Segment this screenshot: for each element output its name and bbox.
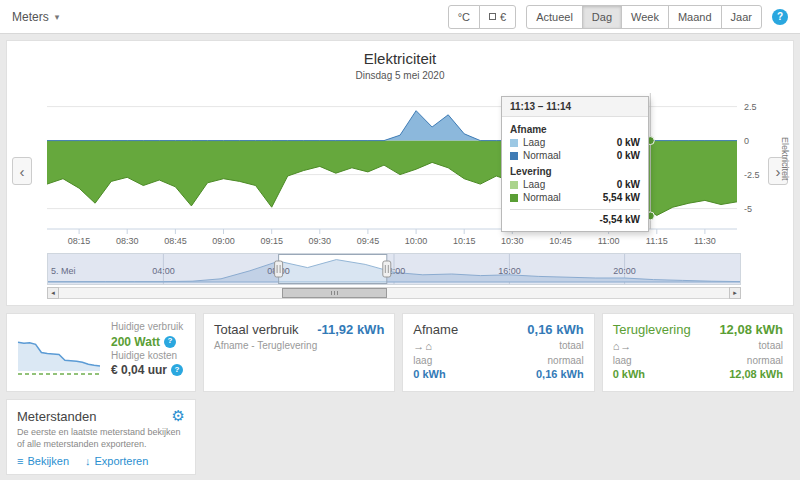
- current-usage-sparkline: [15, 323, 103, 381]
- teruglevering-laag-value: 0 kWh: [613, 368, 645, 380]
- costs-square-icon: [489, 13, 496, 20]
- afname-normaal-swatch: [510, 152, 518, 160]
- view-button-actueel[interactable]: Actueel: [526, 5, 583, 29]
- laag-label: laag: [613, 355, 632, 366]
- current-cost-label: Huidige kosten: [111, 350, 187, 363]
- help-icon[interactable]: ?: [171, 364, 183, 376]
- teruglevering-title: Teruglevering: [613, 322, 691, 337]
- scrollbar-right-button[interactable]: ▸: [729, 287, 741, 299]
- y-axis-title: Elektriciteit: [780, 137, 790, 181]
- tooltip-row-label: Laag: [523, 179, 545, 190]
- chart-subtitle: Dinsdag 5 mei 2020: [7, 70, 793, 81]
- arrow-right-icon: →: [413, 340, 425, 352]
- tooltip-row: Laag 0 kW: [510, 137, 640, 148]
- help-icon[interactable]: ?: [772, 9, 788, 25]
- chart-navigator[interactable]: 5. Mei04:0008:0012:0016:0020:00: [47, 253, 741, 285]
- meters-dropdown-label: Meters: [12, 10, 49, 24]
- electricity-chart[interactable]: 2.50-2.5-508:1508:3008:4509:0009:1509:30…: [47, 93, 787, 255]
- total-usage-subtitle: Afname - Teruglevering: [214, 340, 384, 351]
- laag-label: laag: [413, 355, 432, 366]
- meterstanden-row: Meterstanden ⚙ De eerste en laatste mete…: [6, 399, 794, 475]
- temperature-toggle-button[interactable]: °C: [448, 5, 480, 29]
- normaal-label: normaal: [747, 355, 783, 366]
- levering-normaal-swatch: [510, 194, 518, 202]
- tooltip-row: Normaal 5,54 kW: [510, 192, 640, 203]
- gear-icon[interactable]: ⚙: [172, 408, 185, 423]
- svg-text:0: 0: [744, 136, 749, 146]
- afname-normaal-value: 0,16 kWh: [536, 368, 584, 380]
- exporteren-link[interactable]: ↓Exporteren: [85, 455, 148, 467]
- meterstanden-title: Meterstanden: [17, 409, 97, 424]
- total-usage-title: Totaal verbruik: [214, 322, 299, 337]
- topbar: Meters ▾ °C € Actueel Dag Week Maand Jaa…: [0, 0, 800, 34]
- current-usage-value: 200 Watt: [111, 334, 160, 350]
- view-button-jaar[interactable]: Jaar: [721, 5, 762, 29]
- view-button-maand[interactable]: Maand: [668, 5, 722, 29]
- view-button-week[interactable]: Week: [621, 5, 669, 29]
- afname-title: Afname: [413, 322, 458, 337]
- afname-laag-swatch: [510, 139, 518, 147]
- house-icon: ⌂: [425, 340, 433, 352]
- tooltip-row-value: 5,54 kW: [603, 192, 640, 203]
- electricity-chart-panel: Elektriciteit Dinsdag 5 mei 2020 ‹ › 2.5…: [6, 40, 794, 306]
- svg-text:11:15: 11:15: [646, 236, 668, 246]
- svg-text:10:30: 10:30: [501, 236, 524, 246]
- list-icon: ≡: [17, 455, 23, 467]
- chart-scrollbar: ◂ ▸: [47, 287, 741, 299]
- teruglevering-card: Teruglevering 12,08 kWh ⌂→ totaal laag n…: [602, 313, 794, 392]
- svg-text:-5: -5: [744, 204, 752, 214]
- normaal-label: normaal: [548, 355, 584, 366]
- chart-tooltip: 11:13 – 11:14 Afname Laag 0 kW Normaal 0…: [501, 96, 649, 232]
- svg-text:09:45: 09:45: [357, 236, 380, 246]
- svg-text:10:00: 10:00: [405, 236, 428, 246]
- svg-text:11:00: 11:00: [598, 236, 620, 246]
- svg-text:09:15: 09:15: [260, 236, 283, 246]
- exporteren-label: Exporteren: [95, 455, 149, 467]
- svg-text:10:15: 10:15: [453, 236, 476, 246]
- totaal-label: totaal: [559, 340, 583, 352]
- current-usage-card: Huidige verbruik 200 Watt ? Huidige kost…: [6, 313, 196, 392]
- tooltip-time-range: 11:13 – 11:14: [502, 97, 648, 117]
- help-icon[interactable]: ?: [164, 336, 176, 348]
- currency-label: €: [500, 11, 506, 23]
- bekijken-link[interactable]: ≡Bekijken: [17, 455, 69, 467]
- tooltip-row-value: 0 kW: [617, 150, 640, 161]
- current-cost-value: € 0,04 uur: [111, 362, 167, 378]
- svg-text:08:15: 08:15: [68, 236, 91, 246]
- tooltip-total: -5,54 kW: [510, 209, 640, 225]
- svg-text:09:00: 09:00: [212, 236, 235, 246]
- period-button-group: Actueel Dag Week Maand Jaar: [526, 5, 762, 29]
- summary-cards-row: Huidige verbruik 200 Watt ? Huidige kost…: [6, 313, 794, 392]
- chevron-down-icon: ▾: [55, 12, 60, 22]
- download-icon: ↓: [85, 455, 91, 467]
- tooltip-row-label: Normaal: [523, 192, 561, 203]
- house-to-grid-icon: ⌂→: [613, 340, 633, 352]
- view-button-dag[interactable]: Dag: [582, 5, 622, 29]
- tooltip-row: Normaal 0 kW: [510, 150, 640, 161]
- meters-dropdown[interactable]: Meters ▾: [12, 10, 59, 24]
- afname-laag-value: 0 kWh: [413, 368, 445, 380]
- currency-toggle-button[interactable]: €: [479, 5, 516, 29]
- total-usage-value: -11,92 kWh: [317, 322, 384, 337]
- meterstanden-description: De eerste en laatste meterstand bekijken…: [17, 427, 185, 450]
- total-usage-card: Totaal verbruik -11,92 kWh Afname - Teru…: [203, 313, 395, 392]
- totaal-label: totaal: [759, 340, 783, 352]
- tooltip-row: Laag 0 kW: [510, 179, 640, 190]
- scrollbar-left-button[interactable]: ◂: [47, 287, 59, 299]
- tooltip-row-value: 0 kW: [617, 179, 640, 190]
- svg-text:08:30: 08:30: [116, 236, 139, 246]
- svg-text:11:30: 11:30: [694, 236, 716, 246]
- previous-day-button[interactable]: ‹: [12, 157, 32, 185]
- scrollbar-thumb[interactable]: [282, 288, 387, 298]
- svg-text:09:30: 09:30: [309, 236, 332, 246]
- scrollbar-track[interactable]: [59, 287, 729, 299]
- teruglevering-normaal-value: 12,08 kWh: [729, 368, 783, 380]
- svg-text:10:45: 10:45: [549, 236, 572, 246]
- current-usage-label: Huidige verbruik: [111, 321, 187, 334]
- grid-to-house-icon: →⌂: [413, 340, 433, 352]
- tooltip-section-afname: Afname: [510, 124, 640, 135]
- arrow-right-icon: →: [620, 340, 632, 352]
- teruglevering-total-value: 12,08 kWh: [719, 322, 783, 337]
- meterstanden-card: Meterstanden ⚙ De eerste en laatste mete…: [6, 399, 196, 475]
- svg-text:-2.5: -2.5: [744, 170, 760, 180]
